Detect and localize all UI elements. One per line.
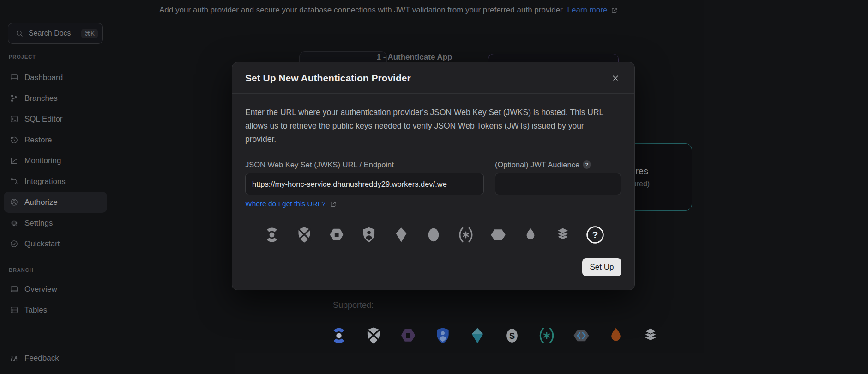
auth-shield-provider-button[interactable] — [359, 225, 379, 245]
sidebar-item-restore[interactable]: Restore — [4, 129, 107, 150]
jwks-url-label: JSON Web Key Set (JWKS) URL / Endpoint — [245, 160, 484, 169]
auth-shield-person-icon — [433, 325, 453, 346]
user-circle-icon — [9, 198, 18, 207]
help-badge-icon[interactable]: ? — [583, 160, 591, 169]
external-link-icon — [610, 6, 619, 15]
jwks-url-input[interactable] — [245, 173, 484, 195]
table-icon — [9, 306, 18, 315]
app-screen: Search Docs ⌘K PROJECT Dashboard Branche… — [0, 0, 868, 374]
kite-diamond-icon — [467, 325, 488, 346]
dashboard-icon — [9, 73, 18, 82]
monitoring-chart-icon — [9, 156, 18, 166]
sidebar-item-branches[interactable]: Branches — [4, 88, 107, 109]
search-label: Search Docs — [29, 29, 77, 37]
brackets-asterisk-icon — [536, 325, 557, 346]
integrations-flow-icon — [9, 177, 18, 186]
svg-text:S: S — [509, 331, 515, 341]
hexagon-arrows-icon — [571, 325, 591, 346]
shield-quarters-icon — [363, 325, 384, 346]
search-docs-button[interactable]: Search Docs ⌘K — [8, 23, 103, 44]
auth-provider-modal: Set Up New Authentication Provider Enter… — [232, 62, 635, 290]
project-nav: Dashboard Branches SQL Editor Restore Mo… — [4, 67, 107, 254]
layers-provider-button[interactable] — [553, 225, 573, 245]
external-link-icon — [328, 199, 338, 208]
modal-description: Enter the URL where your authentication … — [245, 106, 604, 146]
layers-stack-icon — [640, 325, 661, 346]
window-icon — [9, 285, 18, 294]
sidebar-item-settings[interactable]: Settings — [4, 213, 107, 233]
feedback-nav: Feedback — [4, 348, 107, 368]
search-icon — [15, 29, 24, 38]
supported-label: Supported: — [333, 300, 374, 310]
oval-provider-button[interactable] — [423, 225, 444, 245]
sidebar-item-authorize[interactable]: Authorize — [4, 192, 107, 213]
set-up-button[interactable]: Set Up — [582, 258, 621, 276]
flame-icon — [606, 325, 626, 346]
restore-clock-icon — [9, 135, 18, 145]
clerk-provider-button[interactable] — [262, 225, 282, 245]
sidebar-item-tables[interactable]: Tables — [4, 300, 107, 320]
kite-provider-button[interactable] — [391, 225, 411, 245]
form-row: JSON Web Key Set (JWKS) URL / Endpoint (… — [245, 160, 621, 195]
keycloak-hexagon-icon — [398, 325, 418, 346]
sidebar-item-label: Settings — [24, 219, 53, 228]
step-label: 1 - Authenticate App — [358, 53, 471, 62]
search-shortcut: ⌘K — [81, 29, 98, 38]
jwks-field-group: JSON Web Key Set (JWKS) URL / Endpoint — [245, 160, 484, 195]
brackets-provider-button[interactable] — [456, 225, 476, 245]
sidebar-item-label: Tables — [24, 306, 47, 315]
sidebar-item-label: Restore — [24, 135, 52, 145]
content-divider — [145, 0, 145, 374]
modal-title: Set Up New Authentication Provider — [245, 73, 411, 84]
feedback-people-icon — [9, 354, 18, 363]
auth-banner-text: Add your auth provider and secure your d… — [159, 6, 565, 15]
keycloak-provider-button[interactable] — [326, 225, 347, 245]
auth-banner: Add your auth provider and secure your d… — [159, 6, 619, 15]
sidebar-item-quickstart[interactable]: Quickstart — [4, 233, 107, 254]
sidebar-item-overview[interactable]: Overview — [4, 279, 107, 300]
supported-providers-row: S — [329, 325, 661, 346]
custom-provider-question-button[interactable]: ? — [585, 225, 605, 245]
check-circle-icon — [9, 239, 18, 249]
close-icon[interactable] — [609, 72, 621, 84]
section-label-branch: BRANCH — [9, 267, 34, 273]
sidebar-item-label: SQL Editor — [24, 115, 63, 124]
jwt-audience-label: (Optional) JWT Audience ? — [495, 160, 621, 169]
section-label-project: PROJECT — [9, 54, 36, 60]
clerk-icon — [329, 325, 349, 346]
s-circle-icon: S — [502, 325, 522, 346]
sidebar-item-label: Dashboard — [24, 73, 63, 82]
modal-header: Set Up New Authentication Provider — [232, 62, 634, 94]
sql-editor-icon — [9, 115, 18, 124]
sidebar-item-label: Integrations — [24, 177, 66, 186]
sidebar-item-integrations[interactable]: Integrations — [4, 171, 107, 192]
branch-nav: Overview Tables — [4, 279, 107, 320]
sidebar-item-feedback[interactable]: Feedback — [4, 348, 107, 368]
jwt-audience-input[interactable] — [495, 173, 621, 195]
modal-body: Enter the URL where your authentication … — [232, 106, 634, 276]
audience-field-group: (Optional) JWT Audience ? — [495, 160, 621, 195]
sidebar-item-label: Authorize — [24, 198, 58, 207]
sidebar-item-dashboard[interactable]: Dashboard — [4, 67, 107, 88]
learn-more-link[interactable]: Learn more — [567, 6, 619, 15]
sidebar-item-monitoring[interactable]: Monitoring — [4, 150, 107, 171]
sidebar-item-label: Quickstart — [24, 239, 60, 249]
gear-icon — [9, 219, 18, 228]
svg-text:?: ? — [592, 229, 598, 240]
hexagon-provider-button[interactable] — [488, 225, 508, 245]
sidebar-item-label: Overview — [24, 285, 57, 294]
sidebar: Search Docs ⌘K PROJECT Dashboard Branche… — [0, 0, 123, 374]
git-branch-icon — [9, 94, 18, 103]
sidebar-item-label: Monitoring — [24, 156, 61, 166]
provider-selector-row: ? — [245, 225, 621, 245]
shield-quarters-provider-button[interactable] — [294, 225, 314, 245]
sidebar-item-sql-editor[interactable]: SQL Editor — [4, 109, 107, 129]
modal-footer: Set Up — [245, 258, 621, 276]
sidebar-item-label: Branches — [24, 94, 58, 103]
droplet-provider-button[interactable] — [520, 225, 541, 245]
where-url-link[interactable]: Where do I get this URL? — [245, 199, 338, 208]
sidebar-item-label: Feedback — [24, 354, 59, 363]
